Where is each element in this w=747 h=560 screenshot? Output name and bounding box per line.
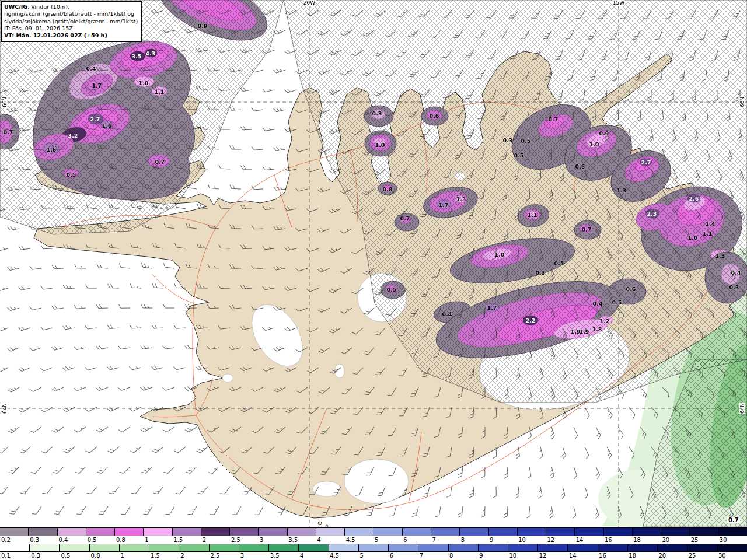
precip-value-label: 0.5 [521,138,531,144]
legend-color-cell [149,544,179,552]
precip-value-label: 1.4 [706,220,715,227]
precip-value-label: 0.7 [549,116,558,123]
info-line-3: slydda/snjókoma (grátt/bleikt/grænt - mm… [4,18,138,25]
precip-value-label: 0.5 [612,299,622,306]
legend-value-label: 0.3 [30,552,60,560]
precip-value-label: 1.0 [375,142,385,148]
precip-value-label: 2.2 [526,317,536,324]
legend-value-label: 9 [488,536,517,544]
precip-value-label: 0.7 [155,159,165,165]
precip-value-label: 1.0 [139,80,149,86]
legend-color-cell [661,528,690,536]
precip-value-label: 2.6 [689,195,699,202]
legend-color-cell [518,528,546,536]
legend-color-cell [538,544,568,552]
precip-value-label: 3.2 [68,132,78,139]
precip-value-label: 1.0 [495,251,505,258]
legend-value-label: 14 [575,536,603,544]
info-line-1: UWC/IG: Vindur (10m), [4,4,138,10]
map-svg [0,0,747,527]
precip-value-label: 1.7 [487,304,497,311]
weather-map-stage: UWC/IG: Vindur (10m), rigning/skúrir (gr… [0,0,747,560]
precip-value-label: 1.8 [592,326,602,332]
legend-color-cell [403,528,431,536]
precip-value-label: 0.4 [593,300,603,307]
legend-color-cell [0,528,29,536]
precip-value-label: 0.8 [383,186,393,192]
legend-color-cell [210,544,239,552]
legend-color-cell [288,528,316,536]
legend-value-label: 2.5 [230,536,259,544]
legend-value-label: 30 [718,536,747,544]
legend-value-label: 0.2 [0,536,29,544]
precip-value-label: 2.3 [647,211,657,217]
precip-value-label: 0.4 [442,311,452,317]
precip-value-label: 0.3 [503,137,513,144]
legend-value-label: 0.5 [86,536,115,544]
meridian-label: 15W [612,0,625,6]
info-line-2: rigning/skúrir (grænt/blátt/rautt - mm/1… [4,10,138,18]
precip-value-label: 1.0 [688,235,698,241]
legend-value-label: 0.8 [90,552,120,560]
precip-value-label: 0.7 [4,129,13,135]
precip-value-label: 1.3 [617,187,627,194]
edge-value-label: 0.7 [727,517,740,523]
precip-value-label: 0.6 [575,163,585,170]
legend-color-cell [658,544,687,552]
precip-value-label: 0.3 [372,110,382,117]
precip-value-label: 2.7 [90,116,100,123]
precip-value-label: 0.5 [514,152,524,159]
precip-value-label: 2.7 [641,159,651,166]
precip-value-label: 1.9 [580,328,589,335]
precip-value-label: 1.7 [92,82,102,89]
precip-value-label: 0.5 [67,172,76,178]
legend-color-cell [546,528,575,536]
precip-value-label: 0.5 [387,286,397,293]
legend-value-label: 5 [358,552,388,560]
legend-value-label: 0.3 [29,536,57,544]
legend-color-cell [598,544,628,552]
legend-color-cell [359,544,389,552]
legend-value-label: 7 [431,536,460,544]
legend-color-cell [575,528,603,536]
legend-color-cell [604,528,633,536]
precip-value-label: 0.4 [86,65,96,72]
legend-value-label: 0.4 [57,536,86,544]
parallel-label: 64N [739,402,745,414]
legend-value-label: 1 [144,536,172,544]
legend-color-cell [60,544,89,552]
legend-color-cell [718,544,747,552]
legend-color-cell [239,544,269,552]
precip-value-label: 0.4 [731,270,741,276]
legend-color-cell [90,544,120,552]
precip-value-label: 0.9 [198,23,208,29]
legend: 0.20.30.40.50.811.522.533.544.5567891012… [0,527,747,560]
precip-value-label: 1.2 [600,318,610,324]
legend-color-cell [0,544,30,552]
legend-color-cell [201,528,230,536]
legend-value-label: 4.5 [345,536,374,544]
chart-info-box: UWC/IG: Vindur (10m), rigning/skúrir (gr… [1,1,142,42]
precip-value-label: 3.5 [132,53,142,60]
legend-value-label: 0.5 [60,552,89,560]
legend-color-cell [719,528,747,536]
precip-value-label: 1.7 [439,202,449,208]
legend-value-label: 2 [179,552,209,560]
model-name: UWC/IG [4,4,27,10]
precip-value-label: 0.3 [729,284,739,290]
legend-snow-colorbar [0,528,747,536]
legend-value-label: 6 [402,536,431,544]
legend-value-label: 12 [538,552,568,560]
legend-color-cell [508,544,538,552]
legend-color-cell [431,528,460,536]
legend-color-cell [690,528,718,536]
legend-value-label: 10 [508,552,537,560]
legend-color-cell [120,544,149,552]
legend-value-label: 1.5 [149,552,179,560]
legend-color-cell [329,544,359,552]
legend-value-label: 30 [717,552,747,560]
precip-value-label: 4.3 [146,50,156,57]
parallel-label: 66N [739,96,745,108]
legend-value-label: 1 [120,552,149,560]
legend-color-cell [389,544,418,552]
